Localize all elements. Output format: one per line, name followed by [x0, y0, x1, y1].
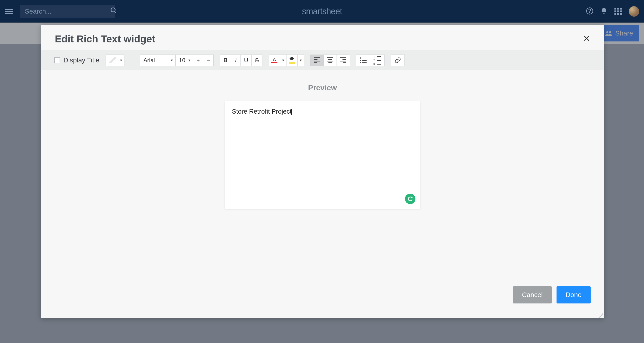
- preview-label: Preview: [308, 83, 337, 92]
- link-icon: [394, 57, 401, 64]
- numbered-list-button[interactable]: 1 2 3: [370, 54, 385, 66]
- display-title-label: Display Title: [64, 56, 100, 64]
- apps-grid-icon[interactable]: [614, 8, 622, 15]
- modal-footer: Cancel Done: [41, 286, 604, 318]
- font-size-value: 10: [179, 57, 186, 64]
- chevron-down-icon: ▼: [120, 58, 123, 62]
- rich-text-toolbar: Display Title ▼ Arial ▼ 10 ▼ + − B: [41, 50, 604, 70]
- display-title-checkbox[interactable]: [54, 57, 60, 63]
- align-left-icon: [314, 57, 320, 63]
- help-icon[interactable]: [586, 7, 594, 16]
- chevron-down-icon: ▼: [282, 58, 285, 62]
- preview-section: Preview Store Retrofit Project: [41, 70, 604, 286]
- svg-point-3: [590, 12, 590, 13]
- align-right-icon: [340, 57, 346, 63]
- grammarly-badge[interactable]: [405, 194, 416, 204]
- toolbar-separator: [132, 55, 132, 66]
- text-color-swatch: [271, 62, 278, 63]
- font-size-increase[interactable]: +: [193, 54, 203, 66]
- modal-header: Edit Rich Text widget ✕: [41, 25, 604, 50]
- done-button[interactable]: Done: [556, 286, 590, 304]
- italic-button[interactable]: I: [231, 54, 241, 66]
- background-fill-dropdown[interactable]: ▼: [118, 54, 124, 66]
- modal-title: Edit Rich Text widget: [55, 33, 156, 45]
- underline-button[interactable]: U: [241, 54, 252, 66]
- font-size-select[interactable]: 10 ▼: [176, 54, 193, 66]
- preview-text: Store Retrofit Project: [232, 108, 292, 115]
- cancel-button[interactable]: Cancel: [513, 286, 552, 304]
- text-color-A-icon: A: [273, 57, 276, 62]
- align-center-icon: [327, 57, 333, 63]
- svg-line-1: [115, 11, 116, 13]
- fill-swatch-icon: [109, 57, 116, 63]
- close-icon[interactable]: ✕: [582, 33, 591, 44]
- text-color-dropdown[interactable]: ▼: [280, 54, 286, 66]
- bell-icon[interactable]: [600, 7, 608, 16]
- align-right-button[interactable]: [337, 54, 350, 66]
- smartsheet-logo: smartsheet: [302, 6, 342, 16]
- font-family-select[interactable]: Arial ▼: [140, 54, 176, 66]
- avatar[interactable]: [629, 6, 639, 17]
- align-left-button[interactable]: [310, 54, 324, 66]
- preview-editor[interactable]: Store Retrofit Project: [225, 101, 420, 209]
- insert-link-button[interactable]: [391, 54, 405, 66]
- font-size-decrease[interactable]: −: [203, 54, 214, 66]
- highlight-dropdown[interactable]: ▼: [298, 54, 304, 66]
- chevron-down-icon: ▼: [299, 58, 302, 62]
- highlight-color-swatch: [289, 62, 295, 64]
- search-input[interactable]: [25, 8, 110, 15]
- font-family-value: Arial: [144, 57, 155, 64]
- nav-right: [586, 6, 639, 17]
- bullet-list-icon: [360, 57, 366, 63]
- chevron-down-icon: ▼: [170, 58, 174, 62]
- search-icon[interactable]: [110, 7, 117, 16]
- text-color-button[interactable]: A: [268, 54, 280, 66]
- align-center-button[interactable]: [324, 54, 337, 66]
- highlight-button[interactable]: [286, 54, 298, 66]
- highlighter-icon: [289, 57, 295, 62]
- bold-button[interactable]: B: [220, 54, 231, 66]
- resize-handle[interactable]: [599, 313, 604, 318]
- search-box[interactable]: [20, 5, 115, 18]
- background-fill-button[interactable]: [106, 54, 118, 66]
- bullet-list-button[interactable]: [356, 54, 370, 66]
- text-caret: [291, 109, 292, 115]
- top-nav: smartsheet: [0, 0, 644, 23]
- strikethrough-button[interactable]: S: [252, 54, 262, 66]
- display-title-group: Display Title: [54, 56, 100, 64]
- edit-rich-text-modal: Edit Rich Text widget ✕ Display Title ▼ …: [41, 25, 604, 318]
- menu-icon[interactable]: [5, 7, 13, 16]
- numbered-list-icon: 1 2 3: [374, 55, 381, 65]
- svg-point-0: [111, 8, 115, 12]
- chevron-down-icon: ▼: [188, 58, 191, 62]
